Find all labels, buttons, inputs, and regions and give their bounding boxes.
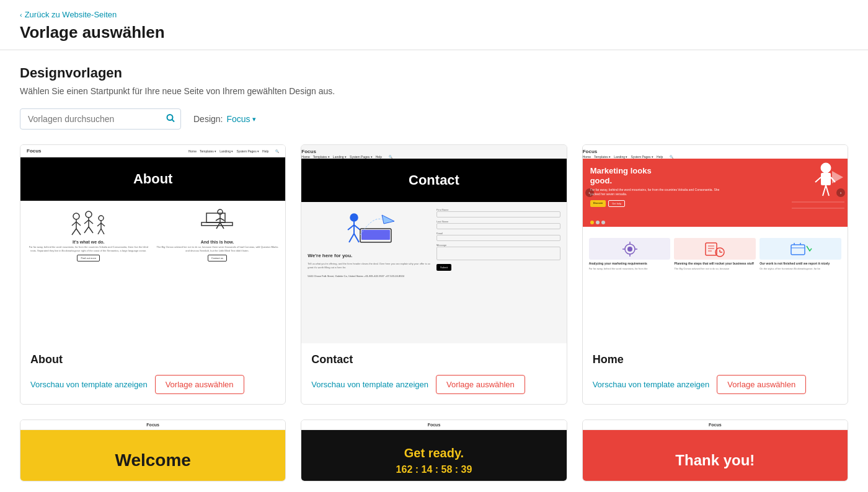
form-submit: Submit: [436, 264, 451, 271]
preview-nav: Focus HomeTemplates ▾Landing ▾System Pag…: [20, 145, 285, 157]
contact-preview-button[interactable]: Vorschau von template anzeigen: [311, 380, 428, 389]
feature1-sub: Far far away, behind the word mountains,…: [589, 267, 671, 270]
svg-line-17: [101, 229, 104, 234]
template-info-home: Home Vorschau von template anzeigen Vorl…: [583, 343, 848, 404]
svg-line-11: [89, 227, 93, 233]
toolbar: Design: Focus ▾: [20, 108, 848, 130]
svg-line-13: [89, 220, 93, 224]
home-feature-3: Our work is not finished until we report…: [760, 238, 841, 270]
about-btn1: Find out more: [77, 255, 100, 261]
svg-point-2: [73, 213, 79, 219]
getready-partial-nav: Focus: [301, 420, 566, 430]
home-feature-1: Analyzing your marketing requirements Fa…: [589, 238, 671, 270]
svg-rect-52: [706, 243, 717, 255]
svg-line-32: [348, 225, 354, 230]
feature2-sub: The Big Oxmox advised her not to do so, …: [674, 267, 756, 270]
contact-nav-logo: Focus: [301, 149, 316, 154]
svg-rect-35: [361, 230, 390, 240]
svg-line-7: [76, 222, 81, 226]
svg-line-31: [354, 234, 359, 242]
svg-line-10: [84, 227, 89, 233]
svg-line-30: [349, 234, 354, 242]
svg-line-12: [84, 220, 89, 224]
preview-nav-logo: Focus: [27, 148, 42, 154]
feature1-text: Analyzing your marketing requirements: [589, 261, 671, 265]
svg-line-4: [72, 229, 76, 235]
contact-template-actions: Vorschau von template anzeigen Vorlage a…: [311, 375, 556, 394]
about-col2: And this is how. The Big Oxmox advised h…: [156, 207, 280, 261]
template-card-contact: Focus HomeTemplates ▾Landing ▾System Pag…: [301, 144, 567, 405]
svg-line-16: [98, 229, 101, 234]
welcome-partial-nav: Focus: [20, 420, 285, 430]
welcome-text: Welcome: [115, 450, 190, 470]
home-hero: ‹ Marketing looks good. Far far away, be…: [583, 159, 848, 227]
slider-arrow-left[interactable]: ‹: [585, 188, 594, 197]
svg-marker-43: [832, 171, 843, 183]
design-dropdown[interactable]: Focus ▾: [226, 114, 255, 124]
home-preview-nav: Focus HomeTemplates ▾Landing ▾System Pag…: [583, 145, 848, 159]
search-input[interactable]: [20, 108, 181, 130]
about-body2: The Big Oxmox advised her not to do so, …: [156, 245, 280, 252]
form-field-lastname: Last Name: [436, 220, 560, 229]
templates-grid: Focus HomeTemplates ▾Landing ▾System Pag…: [20, 144, 848, 405]
slider-arrow-right[interactable]: ›: [836, 188, 845, 197]
page-title: Vorlage auswählen: [20, 23, 848, 42]
main-content: Designvorlagen Wählen Sie einen Startpun…: [0, 50, 868, 492]
svg-line-40: [826, 185, 829, 196]
home-btn-discover[interactable]: Discover: [590, 200, 606, 207]
home-preview-button[interactable]: Vorschau von template anzeigen: [593, 380, 710, 389]
contact-heading: We're here for you.: [308, 253, 432, 258]
feature3-text: Our work is not finished until we report…: [760, 261, 841, 265]
preview-about-body: It's what we do. Far far away, behind th…: [20, 201, 285, 268]
svg-point-22: [218, 209, 223, 214]
template-preview-home: Focus HomeTemplates ▾Landing ▾System Pag…: [583, 145, 848, 343]
contact-hero: Contact: [301, 159, 566, 202]
home-btn-gethelp[interactable]: Get help: [608, 200, 625, 207]
page-header: ‹ Zurück zu Website-Seiten Vorlage auswä…: [0, 0, 868, 50]
section-subtitle: Wählen Sie einen Startpunkt für Ihre neu…: [20, 86, 848, 96]
breadcrumb-label[interactable]: Zurück zu Website-Seiten: [25, 10, 117, 19]
about-btn2: Contact us: [208, 255, 227, 261]
contact-body: We're here for you. Tell us what you're …: [301, 202, 566, 284]
getready-title: Get ready.: [404, 446, 464, 460]
home-template-actions: Vorschau von template anzeigen Vorlage a…: [593, 375, 838, 394]
template-preview-about: Focus HomeTemplates ▾Landing ▾System Pag…: [20, 145, 285, 343]
home-select-button[interactable]: Vorlage auswählen: [717, 375, 806, 394]
breadcrumb[interactable]: ‹ Zurück zu Website-Seiten: [20, 10, 848, 19]
home-features-grid: Analyzing your marketing requirements Fa…: [589, 238, 841, 270]
section-title: Designvorlagen: [20, 65, 848, 81]
design-filter: Design: Focus ▾: [193, 114, 256, 124]
feature1-illus: [589, 238, 671, 260]
about-col1: It's what we do. Far far away, behind th…: [27, 207, 151, 261]
about-preview-button[interactable]: Vorschau von template anzeigen: [30, 380, 148, 389]
feature2-illus: [674, 238, 756, 260]
svg-line-39: [823, 185, 826, 196]
svg-rect-59: [791, 245, 805, 255]
preview-nav-links: HomeTemplates ▾Landing ▾System Pages ▾He…: [188, 149, 280, 153]
svg-point-14: [99, 216, 104, 221]
preview-hero-about: About ╲: [20, 157, 285, 201]
contact-template-name: Contact: [311, 353, 556, 366]
svg-line-19: [101, 223, 105, 226]
svg-line-24: [216, 218, 220, 221]
svg-point-28: [350, 214, 358, 221]
svg-rect-21: [206, 213, 225, 222]
about-template-name: About: [30, 353, 275, 366]
form-field-message: Message: [436, 244, 560, 260]
home-template-name: Home: [593, 353, 838, 366]
svg-line-33: [354, 225, 360, 230]
svg-line-18: [97, 223, 101, 226]
feature2-text: Planning the steps that will rocket your…: [674, 261, 756, 265]
contact-select-button[interactable]: Vorlage auswählen: [436, 375, 525, 394]
template-card-about: Focus HomeTemplates ▾Landing ▾System Pag…: [20, 144, 286, 405]
template-info-about: About Vorschau von template anzeigen Vor…: [20, 343, 285, 404]
search-container: [20, 108, 181, 130]
about-select-button[interactable]: Vorlage auswählen: [155, 375, 244, 394]
contact-body-text: Tell us what you're offering, and the fo…: [308, 262, 432, 270]
home-nav-logo: Focus: [583, 149, 598, 154]
slider-dots: [590, 221, 605, 224]
feature3-sub: On the stylus of her hometown Bookmarksg…: [760, 267, 841, 270]
feature3-illus: [760, 238, 841, 260]
home-feature-2: Planning the steps that will rocket your…: [674, 238, 756, 270]
svg-line-25: [220, 218, 224, 221]
